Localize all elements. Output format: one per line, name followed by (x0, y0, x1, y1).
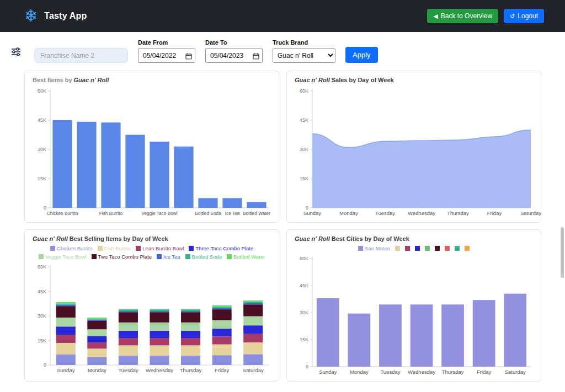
legend-swatch (465, 246, 470, 251)
title-suffix: Sales by Day of Week (332, 77, 394, 83)
legend-swatch (405, 246, 410, 251)
legend-item[interactable] (415, 245, 420, 251)
svg-text:Veggie Taco Bowl: Veggie Taco Bowl (141, 211, 178, 216)
apply-button[interactable]: Apply (345, 47, 378, 63)
legend-label: Three Taco Combo Plate (195, 245, 253, 251)
legend-label: Bottled Soda (192, 254, 222, 260)
chart-card-sales-by-day: Guac n' Roll Sales by Day of Week 015K30… (286, 71, 541, 223)
legend-swatch (415, 246, 420, 251)
brand: ❄ Tasty App (24, 8, 87, 24)
svg-text:Fish Burrito: Fish Burrito (99, 211, 123, 216)
sales-area-chart: 015K30K45K60KSundayMondayTuesdayWednesda… (292, 87, 535, 219)
filter-bar: Date From Date To (0, 32, 565, 63)
svg-text:Monday: Monday (350, 369, 369, 375)
legend-item[interactable]: Fish Burrito (98, 245, 131, 251)
legend-item[interactable]: Chicken Burrito (50, 245, 93, 251)
legend-item[interactable]: Lean Burrito Bowl (136, 245, 184, 251)
svg-text:30K: 30K (38, 313, 46, 319)
svg-text:Tuesday: Tuesday (118, 367, 138, 373)
svg-text:Wednesday: Wednesday (408, 369, 435, 375)
truck-brand-select[interactable]: Guac n' Roll (273, 48, 335, 63)
legend-item[interactable] (395, 245, 400, 251)
card-title: Guac n' Roll Sales by Day of Week (295, 77, 535, 83)
legend-swatch (157, 254, 162, 259)
chart-card-best-items: Best Items by Guac n' Roll 015K30K45K60K… (24, 71, 279, 223)
legend-item[interactable] (435, 245, 440, 251)
legend-item[interactable]: Bottled Water (227, 254, 265, 260)
svg-text:45K: 45K (300, 117, 308, 123)
date-to-field: Date To (205, 39, 263, 63)
legend-swatch (189, 246, 194, 251)
legend-item[interactable]: Veggie Taco Bowl (39, 254, 87, 260)
legend-swatch (227, 254, 232, 259)
chart-legend: Chicken BurritoFish BurritoLean Burrito … (30, 245, 273, 260)
legend-item[interactable] (405, 245, 410, 251)
svg-text:Sunday: Sunday (57, 367, 74, 373)
back-to-overview-button[interactable]: ◀ Back to Overview (427, 9, 498, 23)
legend-label: Chicken Burrito (57, 245, 93, 251)
title-brand: Guac n' Roll (74, 77, 109, 83)
legend-item[interactable]: Bottled Soda (185, 254, 222, 260)
svg-text:Thursday: Thursday (442, 369, 464, 375)
logout-button[interactable]: ↺ Logout (504, 9, 544, 23)
best-items-bar-chart: 015K30K45K60KChicken BurritoFish Burrito… (30, 87, 273, 219)
legend-item[interactable]: San Mateo (358, 245, 390, 251)
legend-item[interactable] (445, 245, 450, 251)
svg-text:Monday: Monday (339, 210, 358, 216)
svg-text:Tuesday: Tuesday (375, 210, 395, 216)
legend-swatch (39, 254, 44, 259)
legend-item[interactable]: Three Taco Combo Plate (189, 245, 253, 251)
dashboard-grid: Best Items by Guac n' Roll 015K30K45K60K… (24, 71, 541, 382)
chart-legend: San Mateo (292, 245, 535, 251)
date-from-field: Date From (138, 39, 195, 63)
svg-text:Thursday: Thursday (180, 367, 202, 373)
svg-text:Sunday: Sunday (319, 369, 337, 375)
svg-text:Friday: Friday (477, 369, 492, 375)
navbar: ❄ Tasty App ◀ Back to Overview ↺ Logout (0, 0, 565, 32)
svg-text:Saturday: Saturday (243, 367, 264, 373)
svg-text:Ice Tea: Ice Tea (225, 211, 240, 216)
legend-swatch (185, 254, 190, 259)
filter-sliders-icon[interactable] (11, 47, 21, 59)
legend-swatch (92, 254, 97, 259)
svg-text:45K: 45K (38, 289, 46, 294)
svg-text:Wednesday: Wednesday (408, 210, 435, 216)
svg-text:60K: 60K (300, 256, 308, 261)
svg-text:Chicken Burrito: Chicken Burrito (47, 211, 78, 216)
truck-brand-field: Truck Brand Guac n' Roll (273, 39, 335, 63)
svg-text:15K: 15K (300, 337, 308, 342)
legend-item[interactable] (425, 245, 430, 251)
chart-card-best-cities: Guac n' Roll Best Cities by Day of Week … (286, 229, 541, 382)
svg-text:Bottled Water: Bottled Water (243, 211, 270, 216)
legend-label: Two Taco Combo Plate (98, 254, 152, 260)
legend-label: Ice Tea (163, 254, 180, 260)
calendar-icon (185, 52, 192, 62)
svg-text:Monday: Monday (88, 367, 106, 373)
svg-text:0: 0 (306, 364, 308, 369)
legend-swatch (435, 246, 440, 251)
title-suffix: Best Cities by Day of Week (332, 235, 409, 242)
legend-label: Bottled Water (233, 254, 265, 260)
title-brand: Guac n' Roll (33, 235, 68, 242)
chart-card-best-selling-items: Guac n' Roll Best Selling Items by Day o… (24, 229, 279, 382)
card-title: Guac n' Roll Best Cities by Day of Week (295, 235, 535, 242)
legend-swatch (136, 246, 141, 251)
franchise-name-input[interactable] (34, 48, 128, 63)
svg-text:45K: 45K (38, 117, 46, 123)
title-brand: Guac n' Roll (295, 235, 330, 242)
svg-text:15K: 15K (38, 176, 46, 181)
back-arrow-icon: ◀ (433, 13, 438, 19)
legend-item[interactable] (465, 245, 470, 251)
scrollbar-thumb[interactable] (561, 227, 564, 278)
svg-text:Sunday: Sunday (303, 210, 321, 216)
legend-item[interactable] (455, 245, 460, 251)
svg-text:Friday: Friday (487, 210, 502, 216)
truck-brand-label: Truck Brand (273, 39, 335, 46)
legend-item[interactable]: Ice Tea (157, 254, 180, 260)
svg-text:Saturday: Saturday (505, 369, 526, 375)
legend-swatch (425, 246, 430, 251)
svg-text:Tuesday: Tuesday (380, 369, 400, 375)
best-selling-stacked-chart: 015K30K45K60KSundayMondayTuesdayWednesda… (30, 262, 273, 376)
legend-item[interactable]: Two Taco Combo Plate (92, 254, 152, 260)
svg-text:0: 0 (44, 362, 46, 368)
